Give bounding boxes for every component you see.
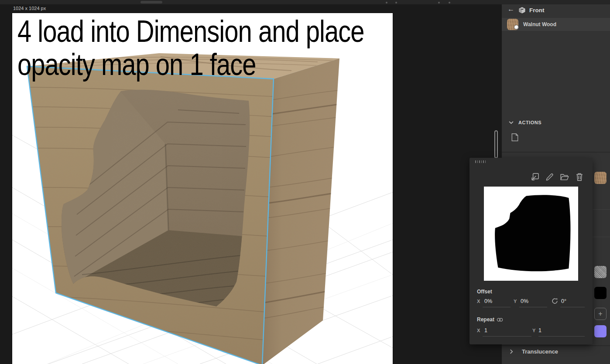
top-bar (0, 0, 610, 4)
slide-caption: 4 load into Dimension and place opacity … (17, 15, 364, 81)
actions-section-header[interactable]: ACTIONS (518, 120, 541, 125)
repeat-y-input[interactable]: 1 (538, 327, 541, 333)
map-editor-panel: Offset X 0% Y 0% 0° Repeat X 1 Y 1 (469, 158, 593, 344)
offset-y-label: Y (514, 299, 517, 304)
opacity-map-preview[interactable] (484, 187, 578, 281)
opacity-map-blob (484, 187, 578, 281)
cube-object[interactable] (21, 48, 344, 364)
top-bar-pill (141, 1, 162, 3)
caption-line-1: 4 load into Dimension and place (17, 15, 364, 48)
repeat-x-underline (483, 336, 531, 337)
roughness-map-swatch[interactable] (594, 266, 607, 278)
chevron-right-icon[interactable] (510, 349, 513, 354)
offset-y-input[interactable]: 0% (521, 298, 528, 304)
offset-x-label: X (477, 299, 480, 304)
canvas-size-label: 1024 x 1024 px (13, 6, 46, 11)
rotation-underline (560, 307, 585, 307)
row-divider (593, 237, 610, 237)
delete-trash-icon[interactable] (575, 173, 584, 181)
repeat-x-label: X (477, 328, 480, 333)
link-icon[interactable] (497, 317, 503, 322)
material-name: Walnut Wood (523, 21, 556, 27)
open-folder-icon[interactable] (560, 173, 569, 181)
black-swatch[interactable] (594, 287, 607, 299)
row-divider (593, 209, 610, 210)
edit-pencil-icon[interactable] (545, 173, 554, 181)
offset-x-input[interactable]: 0% (484, 298, 492, 304)
offset-label: Offset (477, 289, 492, 295)
top-bar-icon-dot (395, 2, 397, 3)
panel-divider (502, 152, 610, 153)
walnut-texture-swatch[interactable] (594, 172, 607, 184)
drag-handle[interactable] (475, 160, 486, 163)
viewport-canvas[interactable]: 4 load into Dimension and place opacity … (12, 13, 393, 364)
scrollbar[interactable] (494, 130, 498, 158)
top-bar-icon-dot (438, 2, 440, 3)
repeat-x-input[interactable]: 1 (484, 327, 487, 333)
wood-noise-overlay (21, 48, 344, 364)
offset-x-underline (483, 307, 511, 307)
offset-y-underline (519, 307, 547, 307)
rotation-input[interactable]: 0° (561, 298, 566, 304)
repeat-label: Repeat (477, 316, 494, 323)
material-sphere-badge-icon (514, 25, 519, 30)
back-arrow-icon[interactable]: ← (507, 6, 514, 13)
repeat-y-label: Y (532, 328, 535, 333)
material-row-walnut-wood[interactable]: Walnut Wood (502, 18, 610, 31)
translucence-section-header[interactable]: Translucence (522, 348, 558, 355)
panel-divider (502, 345, 610, 346)
add-map-button[interactable]: + (594, 308, 607, 320)
replace-image-icon[interactable] (531, 173, 539, 181)
top-bar-icon-dot (449, 2, 450, 3)
top-bar-icon-dot (386, 2, 387, 3)
purple-color-swatch[interactable] (594, 325, 607, 337)
chevron-down-icon[interactable] (509, 121, 514, 124)
panel-title: Front (529, 7, 545, 14)
cube-icon (519, 7, 525, 14)
repeat-y-underline (538, 336, 585, 337)
caption-line-2: opacity map on 1 face (17, 48, 364, 81)
file-action-icon[interactable] (511, 133, 519, 142)
rotate-icon[interactable] (552, 298, 558, 304)
